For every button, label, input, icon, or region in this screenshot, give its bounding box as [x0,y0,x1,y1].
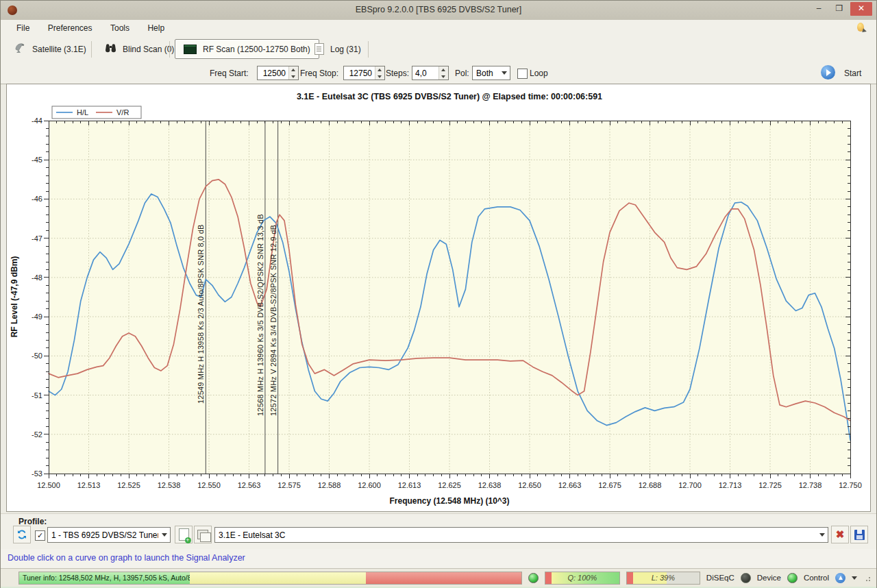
control-dropdown-icon[interactable] [852,576,857,580]
tab-satellite[interactable]: Satellite (3.1E) [6,39,95,59]
x-tick-label: 12.675 [598,481,621,489]
toolbar-separator [91,41,92,58]
toolbar: Satellite (3.1E) Blind Scan (0) RF Scan … [1,36,876,62]
steps-label: Steps: [386,69,409,78]
chevron-down-icon[interactable] [158,533,170,537]
x-tick-label: 12.525 [117,481,140,489]
legend: H/LV/R [52,106,141,119]
status-bar: Tuner info: 12548,502 MHz, H, 13957,505 … [1,568,876,588]
tuner-info-progressbar: Tuner info: 12548,502 MHz, H, 13957,505 … [18,572,522,585]
freq-stop-value[interactable]: 12750 [344,66,375,79]
toolbar-separator [169,41,170,58]
y-tick-label: -46 [32,195,42,203]
window-title: EBSpro 9.2.0.0 [TBS 6925 DVBS/S2 Tuner] [1,5,876,14]
resize-grip[interactable] [863,574,871,582]
close-button[interactable]: ✕ [850,2,872,16]
menu-tools[interactable]: Tools [103,20,137,36]
freq-stop-label: Freq Stop: [300,69,338,78]
profile-select-value: 3.1E - Eutelsat 3C [215,530,816,540]
steps-spinner[interactable]: 4,0 [412,66,449,80]
spin-up-icon[interactable] [439,66,448,73]
minimize-button[interactable]: – [809,2,828,16]
satellite-dish-icon [14,42,26,56]
y-tick-label: -51 [32,391,42,400]
refresh-button[interactable] [13,526,31,543]
maximize-button[interactable]: ❒ [830,2,849,16]
spin-down-icon[interactable] [439,73,448,80]
diseqc-label: DiSEqC [706,574,734,582]
tab-satellite-label: Satellite (3.1E) [32,45,86,54]
scan-controls-row: Freq Start: 12500 Freq Stop: 12750 Steps… [1,62,876,84]
loop-label: Loop [530,69,548,78]
profile-checkbox[interactable]: ✓ [35,530,45,541]
freq-stop-spinner[interactable]: 12750 [343,66,385,80]
spin-up-icon[interactable] [289,66,298,73]
spinner-arrows[interactable] [288,66,298,79]
y-tick-label: -44 [32,117,42,125]
level-value: L: 39% [627,572,700,584]
x-tick-label: 12.600 [358,481,381,489]
x-tick-label: 12.550 [197,481,221,489]
x-tick-label: 12.575 [277,481,301,489]
device-select[interactable]: 1 - TBS 6925 DVBS/S2 Tuner [47,527,171,543]
delete-x-icon: ✖ [836,528,845,541]
new-page-plus-icon [179,528,189,541]
x-tick-label: 12.750 [839,481,862,489]
control-icon[interactable] [835,573,845,583]
profile-select[interactable]: 3.1E - Eutelsat 3C [214,527,828,543]
y-tick-label: -49 [32,313,42,321]
freq-start-label: Freq Start: [210,69,249,78]
diseqc-led [741,573,751,583]
x-axis-label: Frequency (12.548 MHz) (10^3) [389,496,509,506]
x-tick-label: 12.513 [77,481,101,489]
y-tick-label: -52 [32,430,42,439]
rf-scan-chart[interactable]: 12.50012.51312.52512.53812.55012.56312.5… [7,84,870,511]
control-label[interactable]: Control [804,574,829,582]
menu-bar: File Preferences Tools Help [1,20,876,36]
menu-help[interactable]: Help [140,20,172,36]
refresh-icon [16,529,27,540]
pol-value: Both [473,69,498,78]
scan-status-led [528,573,539,583]
spinner-arrows[interactable] [438,66,448,79]
app-window: EBSpro 9.2.0.0 [TBS 6925 DVBS/S2 Tuner] … [0,0,877,588]
freq-start-spinner[interactable]: 12500 [257,66,299,80]
start-play-icon[interactable] [821,65,835,79]
tab-log[interactable]: Log (31) [306,39,369,59]
chevron-down-icon[interactable] [816,533,828,537]
chevron-down-icon[interactable] [498,71,510,75]
new-profile-button[interactable] [175,526,193,543]
spin-down-icon[interactable] [289,73,298,80]
tab-rf-scan[interactable]: RF Scan (12500-12750 Both) [175,39,319,59]
delete-profile-button[interactable]: ✖ [831,526,849,543]
x-tick-label: 12.650 [518,481,541,489]
rf-scan-chart-panel: 12.50012.51312.52512.53812.55012.56312.5… [6,84,871,512]
chart-title: 3.1E - Eutelsat 3C (TBS 6925 DVBS/S2 Tun… [297,92,602,101]
start-button[interactable]: Start [844,69,861,78]
y-axis-label: RF Level (-47,9 dBm) [10,256,19,338]
y-tick-label: -47 [32,234,42,243]
spin-up-icon[interactable] [375,66,384,73]
lamp-cursor-icon [857,23,864,32]
tab-log-label: Log (31) [330,45,361,54]
menu-file[interactable]: File [9,20,37,36]
tuner-info-text: Tuner info: 12548,502 MHz, H, 13957,505 … [19,574,206,582]
menu-preferences[interactable]: Preferences [40,20,100,36]
x-tick-label: 12.663 [558,481,582,489]
freq-start-value[interactable]: 12500 [258,66,288,79]
save-profile-button[interactable] [850,526,868,543]
spinner-arrows[interactable] [375,66,384,79]
x-tick-label: 12.563 [238,481,261,489]
copy-profile-button[interactable] [194,526,212,543]
annotation-label: 12549 MHz H 13958 Ks 2/3 Auto/8PSK SNR 8… [197,224,205,404]
pol-label: Pol: [455,69,469,78]
steps-value[interactable]: 4,0 [412,66,438,79]
x-tick-label: 12.725 [758,481,782,489]
quality-value: Q: 100% [545,572,619,584]
x-tick-label: 12.538 [158,481,181,489]
x-tick-label: 12.688 [639,481,662,489]
pol-select[interactable]: Both [472,66,510,80]
loop-checkbox[interactable] [517,69,528,79]
spin-down-icon[interactable] [375,73,384,80]
progress-yellow-segment [190,572,366,584]
